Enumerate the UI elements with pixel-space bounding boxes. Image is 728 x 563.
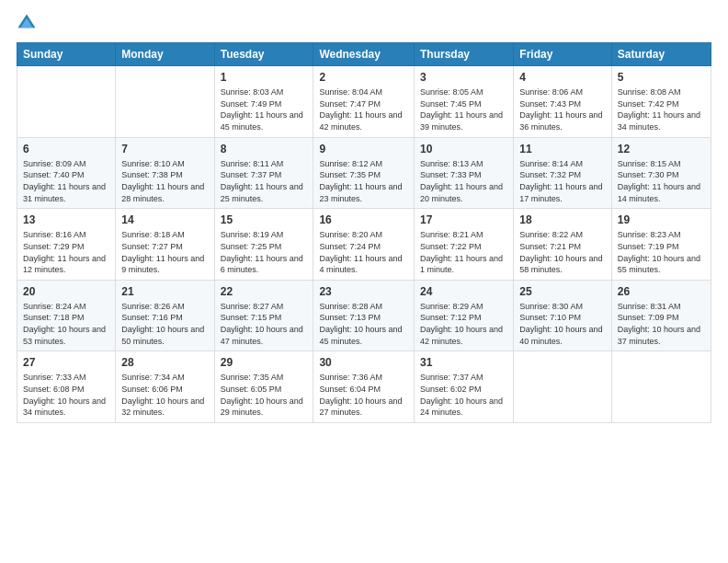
weekday-header-monday: Monday [116,43,214,66]
day-number: 4 [519,70,606,85]
day-info: Sunrise: 8:08 AM Sunset: 7:42 PM Dayligh… [618,86,705,132]
day-info: Sunrise: 8:30 AM Sunset: 7:10 PM Dayligh… [519,301,606,347]
day-number: 23 [319,284,408,299]
day-number: 2 [319,70,408,85]
day-info: Sunrise: 7:37 AM Sunset: 6:02 PM Dayligh… [420,372,507,418]
day-number: 22 [221,284,308,299]
day-number: 14 [121,213,208,227]
calendar-week-row: 13Sunrise: 8:16 AM Sunset: 7:29 PM Dayli… [17,209,711,281]
day-info: Sunrise: 8:16 AM Sunset: 7:29 PM Dayligh… [23,229,109,275]
calendar-cell: 23Sunrise: 8:28 AM Sunset: 7:13 PM Dayli… [313,280,415,351]
day-number: 12 [618,142,705,156]
weekday-header-tuesday: Tuesday [214,43,313,66]
calendar-cell: 10Sunrise: 8:13 AM Sunset: 7:33 PM Dayli… [415,137,514,209]
calendar-cell: 12Sunrise: 8:15 AM Sunset: 7:30 PM Dayli… [611,137,711,209]
day-info: Sunrise: 8:09 AM Sunset: 7:40 PM Dayligh… [23,158,109,204]
calendar-cell: 24Sunrise: 8:29 AM Sunset: 7:12 PM Dayli… [415,280,514,351]
day-info: Sunrise: 8:29 AM Sunset: 7:12 PM Dayligh… [420,301,507,347]
day-info: Sunrise: 8:27 AM Sunset: 7:15 PM Dayligh… [221,301,308,347]
day-info: Sunrise: 8:14 AM Sunset: 7:32 PM Dayligh… [519,158,606,204]
day-info: Sunrise: 8:19 AM Sunset: 7:25 PM Dayligh… [221,229,308,275]
day-number: 3 [420,70,507,85]
day-info: Sunrise: 8:11 AM Sunset: 7:37 PM Dayligh… [221,158,308,204]
day-info: Sunrise: 8:12 AM Sunset: 7:35 PM Dayligh… [319,158,408,204]
calendar-cell: 21Sunrise: 8:26 AM Sunset: 7:16 PM Dayli… [116,280,214,351]
day-info: Sunrise: 8:05 AM Sunset: 7:45 PM Dayligh… [420,86,507,132]
day-number: 27 [23,355,109,370]
day-number: 15 [221,213,308,227]
calendar-cell [116,66,214,138]
calendar-cell: 7Sunrise: 8:10 AM Sunset: 7:38 PM Daylig… [116,137,214,209]
day-info: Sunrise: 7:35 AM Sunset: 6:05 PM Dayligh… [221,372,308,418]
calendar-cell: 5Sunrise: 8:08 AM Sunset: 7:42 PM Daylig… [611,66,711,138]
calendar-cell: 17Sunrise: 8:21 AM Sunset: 7:22 PM Dayli… [415,209,514,281]
day-info: Sunrise: 8:22 AM Sunset: 7:21 PM Dayligh… [519,229,606,275]
day-number: 20 [23,284,109,299]
day-info: Sunrise: 8:10 AM Sunset: 7:38 PM Dayligh… [121,158,208,204]
weekday-header-sunday: Sunday [17,43,116,66]
calendar-week-row: 1Sunrise: 8:03 AM Sunset: 7:49 PM Daylig… [17,66,711,138]
day-info: Sunrise: 8:03 AM Sunset: 7:49 PM Dayligh… [221,86,308,132]
calendar-cell: 2Sunrise: 8:04 AM Sunset: 7:47 PM Daylig… [313,66,415,138]
day-number: 18 [519,213,606,227]
day-info: Sunrise: 8:06 AM Sunset: 7:43 PM Dayligh… [519,86,606,132]
calendar-cell: 14Sunrise: 8:18 AM Sunset: 7:27 PM Dayli… [116,209,214,281]
day-number: 17 [420,213,507,227]
calendar-cell: 30Sunrise: 7:36 AM Sunset: 6:04 PM Dayli… [313,351,415,423]
calendar-cell: 13Sunrise: 8:16 AM Sunset: 7:29 PM Dayli… [17,209,116,281]
calendar-cell [611,351,711,423]
weekday-header-thursday: Thursday [415,43,514,66]
day-number: 30 [319,355,408,370]
calendar-cell: 11Sunrise: 8:14 AM Sunset: 7:32 PM Dayli… [514,137,612,209]
calendar-cell: 28Sunrise: 7:34 AM Sunset: 6:06 PM Dayli… [116,351,214,423]
weekday-header-saturday: Saturday [611,43,711,66]
day-info: Sunrise: 8:13 AM Sunset: 7:33 PM Dayligh… [420,158,507,204]
day-number: 31 [420,355,507,370]
weekday-header-friday: Friday [514,43,612,66]
logo [17,15,40,33]
day-number: 5 [618,70,705,85]
calendar-cell: 26Sunrise: 8:31 AM Sunset: 7:09 PM Dayli… [611,280,711,351]
calendar-cell: 31Sunrise: 7:37 AM Sunset: 6:02 PM Dayli… [415,351,514,423]
calendar-cell: 15Sunrise: 8:19 AM Sunset: 7:25 PM Dayli… [214,209,313,281]
calendar-header-row: SundayMondayTuesdayWednesdayThursdayFrid… [17,43,711,66]
calendar-cell: 19Sunrise: 8:23 AM Sunset: 7:19 PM Dayli… [611,209,711,281]
day-number: 25 [519,284,606,299]
day-number: 24 [420,284,507,299]
weekday-header-wednesday: Wednesday [313,43,415,66]
calendar-cell: 3Sunrise: 8:05 AM Sunset: 7:45 PM Daylig… [415,66,514,138]
calendar-cell: 4Sunrise: 8:06 AM Sunset: 7:43 PM Daylig… [514,66,612,138]
calendar-cell: 29Sunrise: 7:35 AM Sunset: 6:05 PM Dayli… [214,351,313,423]
day-number: 29 [221,355,308,370]
calendar-cell: 16Sunrise: 8:20 AM Sunset: 7:24 PM Dayli… [313,209,415,281]
calendar-week-row: 20Sunrise: 8:24 AM Sunset: 7:18 PM Dayli… [17,280,711,351]
day-info: Sunrise: 8:24 AM Sunset: 7:18 PM Dayligh… [23,301,109,347]
page: SundayMondayTuesdayWednesdayThursdayFrid… [0,0,728,563]
day-info: Sunrise: 7:34 AM Sunset: 6:06 PM Dayligh… [121,372,208,418]
day-number: 9 [319,142,408,156]
day-number: 10 [420,142,507,156]
calendar-cell: 8Sunrise: 8:11 AM Sunset: 7:37 PM Daylig… [214,137,313,209]
calendar-cell: 1Sunrise: 8:03 AM Sunset: 7:49 PM Daylig… [214,66,313,138]
calendar-cell: 22Sunrise: 8:27 AM Sunset: 7:15 PM Dayli… [214,280,313,351]
day-info: Sunrise: 8:15 AM Sunset: 7:30 PM Dayligh… [618,158,705,204]
day-number: 21 [121,284,208,299]
calendar-cell: 27Sunrise: 7:33 AM Sunset: 6:08 PM Dayli… [17,351,116,423]
day-info: Sunrise: 8:28 AM Sunset: 7:13 PM Dayligh… [319,301,408,347]
header [17,15,711,33]
day-number: 16 [319,213,408,227]
calendar-cell: 9Sunrise: 8:12 AM Sunset: 7:35 PM Daylig… [313,137,415,209]
calendar-week-row: 27Sunrise: 7:33 AM Sunset: 6:08 PM Dayli… [17,351,711,423]
day-number: 26 [618,284,705,299]
day-number: 1 [221,70,308,85]
day-number: 13 [23,213,109,227]
logo-icon [17,13,37,33]
calendar-cell [514,351,612,423]
calendar-week-row: 6Sunrise: 8:09 AM Sunset: 7:40 PM Daylig… [17,137,711,209]
day-number: 11 [519,142,606,156]
calendar-cell: 18Sunrise: 8:22 AM Sunset: 7:21 PM Dayli… [514,209,612,281]
day-number: 7 [121,142,208,156]
day-info: Sunrise: 8:23 AM Sunset: 7:19 PM Dayligh… [618,229,705,275]
calendar-cell [17,66,116,138]
day-info: Sunrise: 8:26 AM Sunset: 7:16 PM Dayligh… [121,301,208,347]
